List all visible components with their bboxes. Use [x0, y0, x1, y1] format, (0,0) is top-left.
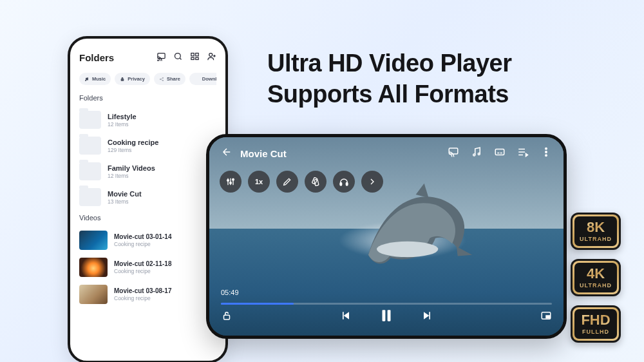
svg-rect-31: [546, 316, 549, 318]
previous-button[interactable]: [339, 309, 352, 325]
svg-rect-8: [121, 79, 124, 81]
speed-button[interactable]: 1x: [248, 171, 270, 193]
player-title: Movie Cut: [240, 148, 287, 159]
phone-header: Folders: [79, 52, 216, 64]
svg-rect-13: [449, 148, 458, 154]
cast-icon[interactable]: [448, 146, 459, 160]
player-bottom-bar: 05:49: [209, 283, 564, 336]
video-thumbnail: [79, 231, 108, 250]
headline-line-2: Supports All Formats: [267, 79, 512, 110]
filter-chips: Music Privacy Share Downloads: [79, 73, 216, 85]
svg-point-14: [473, 154, 475, 156]
quality-badges: 8K ULTRAHD 4K ULTRAHD FHD FULLHD: [571, 213, 621, 343]
svg-point-9: [160, 79, 160, 79]
svg-point-19: [545, 155, 547, 156]
profile-icon[interactable]: [207, 52, 216, 64]
svg-point-7: [209, 53, 213, 57]
video-row[interactable]: Movie-cut 03-08-17Cooking recipe: [79, 281, 216, 308]
folder-icon: [79, 111, 101, 129]
svg-point-22: [232, 178, 234, 180]
search-icon[interactable]: [173, 52, 183, 64]
edit-button[interactable]: [276, 171, 298, 193]
video-thumbnail: [79, 258, 108, 277]
svg-rect-28: [383, 310, 386, 321]
back-icon[interactable]: [221, 146, 232, 160]
svg-point-11: [162, 80, 163, 81]
player-mockup: Movie Cut 1x 05:49: [206, 134, 567, 339]
svg-rect-4: [196, 53, 198, 56]
more-icon[interactable]: [540, 146, 552, 160]
folder-row[interactable]: Lifestyle12 Items: [79, 107, 216, 133]
pip-button[interactable]: [540, 310, 552, 324]
svg-rect-27: [224, 315, 230, 319]
folder-icon: [79, 162, 101, 180]
svg-rect-0: [158, 53, 165, 59]
folder-row[interactable]: Movie Cut13 Items: [79, 184, 216, 210]
svg-point-20: [227, 180, 229, 182]
pause-button[interactable]: [378, 307, 395, 327]
progress-bar[interactable]: [221, 303, 552, 305]
svg-point-2: [175, 53, 181, 59]
rotate-button[interactable]: [305, 171, 327, 193]
subtitle-icon[interactable]: [494, 146, 506, 160]
dolphin-illustration: [361, 182, 477, 266]
headline: Ultra HD Video Player Supports All Forma…: [267, 48, 512, 110]
svg-rect-16: [495, 149, 504, 155]
svg-point-12: [377, 242, 438, 257]
equalizer-button[interactable]: [220, 171, 242, 193]
lock-button[interactable]: [221, 310, 232, 324]
chip-share[interactable]: Share: [154, 73, 185, 85]
svg-rect-29: [388, 310, 391, 321]
audio-button[interactable]: [333, 171, 355, 193]
phone-header-icons: [156, 52, 216, 64]
svg-point-10: [162, 77, 163, 78]
cast-icon[interactable]: [156, 52, 166, 64]
folders-heading: Folders: [79, 94, 216, 102]
headline-line-1: Ultra HD Video Player: [267, 48, 512, 79]
folder-icon: [79, 188, 101, 206]
video-row[interactable]: Movie-cut 02-11-18Cooking recipe: [79, 254, 216, 281]
folder-icon: [79, 137, 101, 155]
video-row[interactable]: Movie-cut 03-01-14Cooking recipe: [79, 227, 216, 254]
svg-point-21: [230, 182, 232, 184]
badge-4k: 4K ULTRAHD: [571, 259, 621, 296]
phone-mockup: Folders Music Privacy Share Downloads Fo…: [68, 36, 228, 362]
folder-row[interactable]: Cooking recipe129 Items: [79, 133, 216, 158]
chip-privacy[interactable]: Privacy: [115, 73, 150, 85]
video-thumbnail: [79, 285, 108, 304]
elapsed-time: 05:49: [221, 289, 552, 296]
chip-music[interactable]: Music: [79, 73, 111, 85]
view-icon[interactable]: [190, 52, 200, 64]
badge-fhd: FHD FULLHD: [571, 305, 621, 343]
player-top-bar: Movie Cut: [209, 137, 564, 169]
playlist-icon[interactable]: [517, 146, 529, 160]
svg-rect-5: [191, 57, 194, 59]
badge-8k: 8K ULTRAHD: [571, 213, 621, 250]
folder-row[interactable]: Family Videos12 Items: [79, 158, 216, 184]
player-tool-row: 1x: [220, 171, 383, 193]
music-icon[interactable]: [471, 146, 482, 160]
svg-point-18: [545, 151, 547, 153]
svg-point-17: [545, 148, 547, 149]
svg-point-15: [478, 153, 480, 155]
chip-downloads[interactable]: Downloads: [189, 73, 216, 85]
svg-point-1: [158, 60, 158, 61]
phone-title: Folders: [79, 52, 114, 63]
more-tools-button[interactable]: [361, 171, 383, 193]
svg-rect-26: [346, 182, 348, 186]
videos-heading: Videos: [79, 214, 216, 222]
progress-fill: [221, 303, 294, 305]
svg-rect-6: [196, 57, 198, 59]
svg-rect-25: [340, 182, 342, 186]
controls: [221, 307, 552, 327]
next-button[interactable]: [421, 309, 433, 325]
svg-rect-3: [191, 53, 194, 56]
